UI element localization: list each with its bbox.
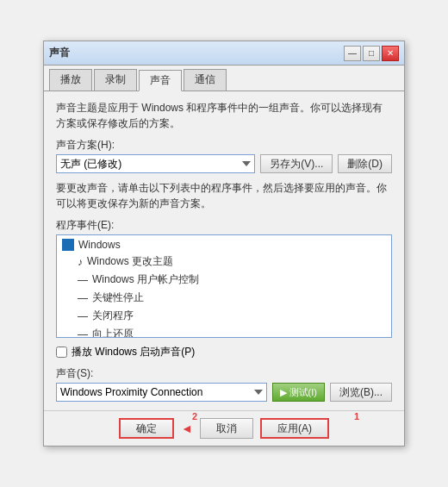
content-area: 声音主题是应用于 Windows 和程序事件中的一组声音。你可以选择现有方案或保…	[44, 91, 404, 410]
sound-row: Windows Proximity Connection ▶ 测试(I) 浏览(…	[56, 383, 392, 402]
sound-select[interactable]: Windows Proximity Connection	[56, 383, 267, 402]
program-events-label: 程序事件(E):	[56, 218, 392, 233]
ok-button[interactable]: 确定	[119, 418, 174, 439]
dash-icon: —	[78, 274, 88, 286]
tab-playback[interactable]: 播放	[49, 69, 92, 91]
sound-scheme-section: 声音方案(H): 无声 (已修改) 另存为(V)... 删除(D)	[56, 138, 392, 173]
description-text-2: 要更改声音，请单击以下列表中的程序事件，然后选择要应用的声音。你可以将更改保存为…	[56, 180, 392, 211]
dash-icon: —	[78, 292, 88, 304]
sound-scheme-select[interactable]: 无声 (已修改)	[56, 154, 255, 173]
tree-item-windows[interactable]: Windows	[59, 237, 389, 253]
tab-bar: 播放 录制 声音 通信	[44, 66, 404, 91]
window-title: 声音	[49, 46, 70, 60]
delete-button[interactable]: 删除(D)	[338, 154, 392, 173]
sound-scheme-label: 声音方案(H):	[56, 138, 392, 153]
title-bar: 声音 — □ ✕	[44, 41, 404, 66]
tree-item-restore-up[interactable]: — 向上还原	[59, 325, 389, 338]
tree-item-label: Windows 用户帐户控制	[92, 272, 199, 287]
startup-sound-label: 播放 Windows 启动声音(P)	[72, 345, 195, 359]
maximize-button[interactable]: □	[363, 46, 380, 61]
play-icon: ▶	[280, 387, 287, 398]
minimize-button[interactable]: —	[344, 46, 361, 61]
tree-item-label: 向上还原	[92, 327, 134, 338]
test-label: 测试(I)	[289, 386, 317, 399]
sound-label: 声音(S):	[56, 366, 392, 381]
tree-item-label: 关键性停止	[92, 290, 144, 305]
main-window: 声音 — □ ✕ 播放 录制 声音 通信 声音主题是应用于 Windows 和程…	[43, 41, 405, 446]
windows-icon	[62, 239, 74, 251]
startup-sound-checkbox[interactable]	[56, 347, 67, 358]
tree-item-label: Windows 更改主题	[87, 254, 173, 269]
tree-item-uac[interactable]: — Windows 用户帐户控制	[59, 271, 389, 289]
tree-item-label: Windows	[78, 239, 121, 251]
tree-item-critical-stop[interactable]: — 关键性停止	[59, 289, 389, 307]
dash-icon: —	[78, 328, 88, 339]
save-as-button[interactable]: 另存为(V)...	[260, 154, 333, 173]
program-events-list[interactable]: Windows ♪ Windows 更改主题 — Windows 用户帐户控制 …	[56, 234, 392, 338]
badge-2: 2	[192, 411, 197, 421]
sound-section: 声音(S): Windows Proximity Connection ▶ 测试…	[56, 366, 392, 402]
tree-item-close-program[interactable]: — 关闭程序	[59, 307, 389, 325]
badge-1: 1	[354, 411, 359, 421]
tab-sound[interactable]: 声音	[139, 70, 182, 91]
tab-recording[interactable]: 录制	[94, 69, 137, 91]
tree-item-change-theme[interactable]: ♪ Windows 更改主题	[59, 253, 389, 271]
browse-button[interactable]: 浏览(B)...	[330, 383, 392, 402]
apply-button[interactable]: 应用(A)	[260, 418, 329, 439]
close-button[interactable]: ✕	[382, 46, 399, 61]
program-events-section: 程序事件(E): Windows ♪ Windows 更改主题 — Window…	[56, 218, 392, 338]
tab-communication[interactable]: 通信	[184, 69, 227, 91]
arrow-icon: ◄	[181, 421, 193, 435]
sound-scheme-row: 无声 (已修改) 另存为(V)... 删除(D)	[56, 154, 392, 173]
note-icon: ♪	[78, 256, 83, 268]
footer: 确定 ◄ 取消 应用(A) 2 1	[44, 410, 404, 446]
description-text-1: 声音主题是应用于 Windows 和程序事件中的一组声音。你可以选择现有方案或保…	[56, 100, 392, 131]
test-button[interactable]: ▶ 测试(I)	[272, 383, 325, 402]
tree-item-label: 关闭程序	[92, 309, 134, 323]
title-bar-controls: — □ ✕	[344, 46, 399, 61]
startup-sound-row: 播放 Windows 启动声音(P)	[56, 345, 392, 359]
cancel-button[interactable]: 取消	[200, 418, 253, 439]
dash-icon: —	[78, 310, 88, 322]
